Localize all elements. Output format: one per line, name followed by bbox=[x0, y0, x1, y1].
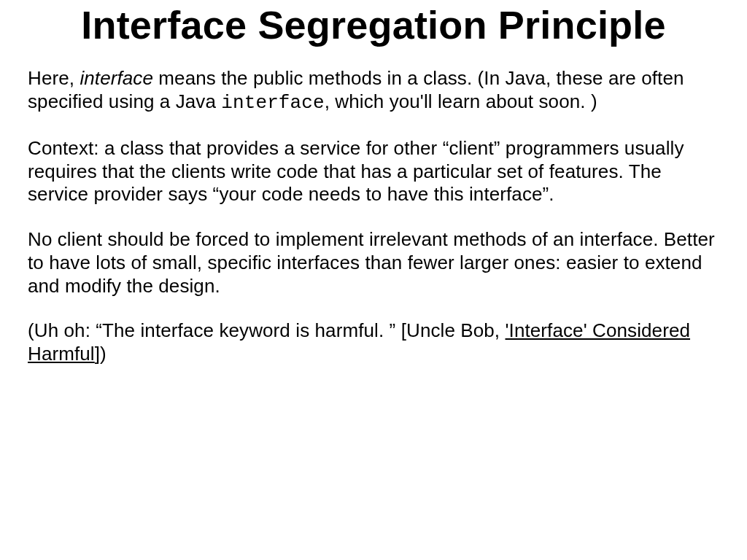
paragraph-3: No client should be forced to implement … bbox=[28, 228, 719, 298]
paragraph-1: Here, interface means the public methods… bbox=[28, 67, 719, 114]
slide: Interface Segregation Principle Here, in… bbox=[0, 3, 747, 560]
p1-code-interface: interface bbox=[221, 92, 324, 114]
p1-text-1: Here, bbox=[28, 67, 80, 89]
slide-title: Interface Segregation Principle bbox=[28, 3, 719, 47]
paragraph-4: (Uh oh: “The interface keyword is harmfu… bbox=[28, 319, 719, 365]
p1-text-3: , which you'll learn about soon. ) bbox=[325, 90, 597, 112]
p4-text-2: ]) bbox=[95, 343, 107, 365]
p4-text-1: (Uh oh: “The interface keyword is harmfu… bbox=[28, 319, 506, 341]
paragraph-2: Context: a class that provides a service… bbox=[28, 137, 719, 206]
slide-body: Here, interface means the public methods… bbox=[28, 67, 719, 365]
p1-emphasis-interface: interface bbox=[80, 67, 153, 89]
